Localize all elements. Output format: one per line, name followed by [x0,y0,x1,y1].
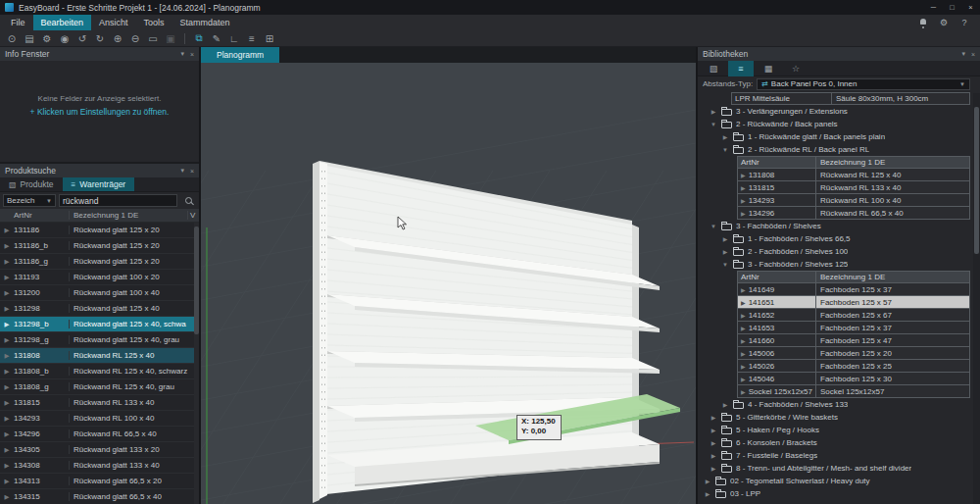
product-row[interactable]: ▶ 131815 Rückwand RL 133 x 40 [0,395,199,411]
product-row[interactable]: ▶ 131298 Rückwand glatt 125 x 40 [0,301,199,317]
layers-button[interactable]: ≡ [244,31,260,46]
expand-icon[interactable]: ▼ [721,147,729,153]
measure-button[interactable]: ∟ [226,31,242,46]
tree-folder[interactable]: ▶ 03 - LPP [698,487,970,500]
row-expand-icon[interactable]: ▶ [741,172,746,178]
library-table-row[interactable]: ▶134296 Rückwand RL 66,5 x 40 [737,207,970,220]
menu-file[interactable]: File [3,15,33,30]
row-expand-icon[interactable]: ▶ [741,350,746,357]
zoom-button[interactable]: ⊙ [4,31,20,46]
row-expand-icon[interactable]: ▶ [0,383,14,391]
library-tab-list[interactable]: ≡ [728,61,754,76]
expand-icon[interactable]: ▶ [710,108,717,115]
expand-icon[interactable]: ▶ [710,465,717,472]
product-row[interactable]: ▶ 131186_b Rückwand glatt 125 x 20 [0,238,199,254]
expand-icon[interactable]: ▶ [704,478,711,484]
row-expand-icon[interactable]: ▶ [0,446,14,454]
library-table-row[interactable]: ▶131808 Rückwand RL 125 x 40 [737,169,970,181]
library-table-row[interactable]: ▶134293 Rückwand RL 100 x 40 [737,194,970,207]
tree-folder[interactable]: ▶ 2 - Fachböden / Shelves 100 [698,245,970,258]
row-expand-icon[interactable]: ▶ [741,299,746,306]
library-table-row[interactable]: ▶141652 Fachboden 125 x 67 [737,309,970,322]
chevron-down-icon[interactable]: ▾ [180,167,184,175]
row-expand-icon[interactable]: ▶ [0,258,14,266]
library-tab-grid[interactable]: ▦ [756,61,781,76]
row-expand-icon[interactable]: ▶ [0,478,14,485]
tree-folder[interactable]: ▶ 5 - Haken / Peg / Hooks [698,424,970,436]
new-view-button[interactable]: ⧉ [191,31,207,46]
tab-planogramm[interactable]: Planogramm [201,47,279,63]
view-2d-button[interactable]: ▭ [145,31,161,46]
edit-button[interactable]: ✎ [209,31,224,46]
library-scrollbar[interactable] [973,93,980,504]
row-expand-icon[interactable]: ▶ [741,197,746,204]
search-button[interactable] [180,194,196,207]
tree-folder[interactable]: ▶ 5 - Gitterkörbe / Wire baskets [698,411,970,424]
library-table-row[interactable]: ▶141660 Fachboden 125 x 47 [737,334,970,347]
row-expand-icon[interactable]: ▶ [741,325,746,331]
product-row[interactable]: ▶ 131808 Rückwand RL 125 x 40 [0,348,199,364]
close-icon[interactable]: × [971,51,975,58]
tree-folder[interactable]: ▼ 3 - Fachböden / Shelves [698,220,970,232]
row-expand-icon[interactable]: ▶ [0,462,14,470]
zoom-in-button[interactable]: ⊕ [110,31,125,46]
row-expand-icon[interactable]: ▶ [0,289,14,297]
row-expand-icon[interactable]: ▶ [0,415,14,423]
close-icon[interactable]: × [190,168,194,175]
visibility-button[interactable]: ◉ [57,31,73,46]
close-icon[interactable]: × [190,51,194,58]
bell-icon[interactable] [917,17,929,28]
tree-folder[interactable]: ▶ 6 - Konsolen / Brackets [698,436,970,449]
row-expand-icon[interactable]: ▶ [0,493,14,501]
library-table-row[interactable]: ▶141651 Fachboden 125 x 57 [737,296,970,309]
expand-icon[interactable]: ▶ [710,414,717,421]
product-row[interactable]: ▶ 131186_g Rückwand glatt 125 x 20 [0,254,199,270]
library-table-row[interactable]: ▶141653 Fachboden 125 x 37 [737,322,970,334]
expand-icon[interactable]: ▶ [710,427,717,433]
expand-icon[interactable]: ▼ [721,262,729,268]
column-v[interactable]: V [187,211,199,220]
tree-folder[interactable]: ▼ 3 - Fachböden / Shelves 125 [698,258,970,271]
print-report-button[interactable]: ⊞ [262,31,277,46]
menu-bearbeiten[interactable]: Bearbeiten [33,15,92,30]
row-expand-icon[interactable]: ▶ [741,337,746,344]
chevron-down-icon[interactable]: ▾ [961,50,965,58]
view-3d-button[interactable]: ▣ [163,31,178,46]
product-row[interactable]: ▶ 134296 Rückwand RL 66,5 x 40 [0,427,199,442]
library-table-row[interactable]: LPR Mittelsäule Säule 80x30mm, H 300cm [731,92,970,105]
library-table-row[interactable]: ▶145026 Fachboden 125 x 25 [737,360,970,373]
product-row[interactable]: ▶ 134308 Rückwand glatt 133 x 40 [0,458,199,474]
row-expand-icon[interactable]: ▶ [0,430,14,438]
product-row[interactable]: ▶ 131193 Rückwand glatt 100 x 20 [0,270,199,285]
product-row[interactable]: ▶ 134305 Rückwand glatt 133 x 20 [0,442,199,458]
row-expand-icon[interactable]: ▶ [741,286,746,293]
help-icon[interactable]: ? [958,17,970,28]
expand-icon[interactable]: ▶ [721,248,729,255]
row-expand-icon[interactable]: ▶ [0,227,14,234]
row-expand-icon[interactable]: ▶ [0,368,14,376]
library-table-row[interactable]: ▶145006 Fachboden 125 x 20 [737,347,970,360]
tree-folder[interactable]: ▶ 8 - Trenn- und Abteilgitter / Mesh- an… [698,462,970,475]
column-artnr[interactable]: ArtNr [14,211,69,220]
library-table-row[interactable]: ▶141649 Fachboden 125 x 37 [737,283,970,296]
expand-icon[interactable]: ▼ [710,122,717,127]
tree-folder[interactable]: ▼ 2 - Rückwände / Back panels [698,118,970,130]
row-expand-icon[interactable]: ▶ [0,305,14,313]
expand-icon[interactable]: ▶ [704,490,711,497]
redo-button[interactable]: ↻ [92,31,108,46]
print-button[interactable]: ▤ [22,31,37,46]
settings-icon[interactable]: ⚙ [938,17,950,28]
expand-icon[interactable]: ▶ [721,235,729,242]
library-table-row[interactable]: ▶Sockel 125x12x57 Sockel 125x12x57 [737,385,970,398]
row-expand-icon[interactable]: ▶ [0,242,14,250]
library-table-row[interactable]: ▶131815 Rückwand RL 133 x 40 [737,181,970,194]
product-row[interactable]: ▶ 134293 Rückwand RL 100 x 40 [0,411,199,427]
maximize-button[interactable]: □ [943,0,961,15]
library-tab-components[interactable]: ▧ [701,61,726,76]
close-button[interactable]: × [961,0,980,15]
tree-folder[interactable]: ▶ 7 - Fussteile / Baselegs [698,449,970,462]
product-row[interactable]: ▶ 134315 Rückwand glatt 66,5 x 40 [0,489,199,504]
library-table-row[interactable]: ▶145046 Fachboden 125 x 30 [737,373,970,385]
tab-warenträger[interactable]: ≡Warenträger [63,177,135,191]
row-expand-icon[interactable]: ▶ [741,376,746,382]
